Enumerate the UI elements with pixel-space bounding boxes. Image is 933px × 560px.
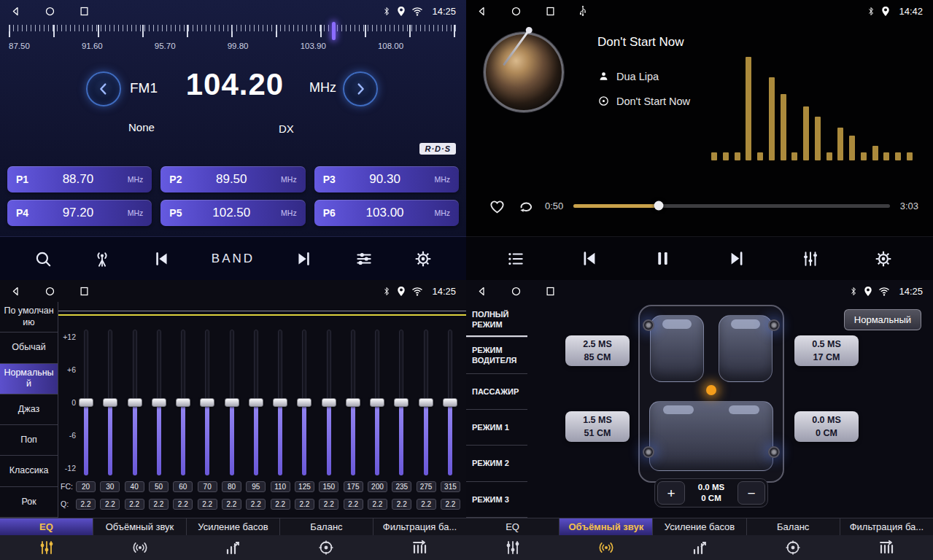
recents-icon[interactable] (545, 6, 556, 17)
delay-rear-right[interactable]: 0.0 MS 0 CM (794, 411, 859, 442)
recents-icon[interactable] (79, 286, 90, 297)
previous-track-icon[interactable] (152, 249, 171, 268)
delay-decrease-button[interactable]: − (738, 481, 765, 505)
tab-filter[interactable]: Фильтрация ба... (373, 518, 466, 535)
eq-band-slider[interactable] (149, 330, 169, 475)
eq-preset-item[interactable]: Классика (0, 456, 58, 486)
delay-increase-button[interactable]: + (657, 481, 685, 505)
mode-item-1[interactable]: РЕЖИМ 1 (466, 410, 527, 446)
slider-handle[interactable] (273, 398, 287, 407)
mode-item-2[interactable]: РЕЖИМ 2 (466, 446, 527, 481)
eq-band-slider[interactable] (125, 330, 145, 475)
mode-item-full[interactable]: ПОЛНЫЙ РЕЖИМ (466, 302, 527, 338)
back-icon[interactable] (10, 6, 21, 17)
mode-item-passenger[interactable]: ПАССАЖИР (466, 374, 527, 410)
eq-band-slider[interactable] (343, 330, 363, 475)
mode-item-3[interactable]: РЕЖИМ 3 (466, 482, 527, 518)
preset-button-p4[interactable]: P4 97.20 MHz (7, 200, 152, 226)
preset-button-p2[interactable]: P2 89.50 MHz (160, 166, 305, 192)
slider-handle[interactable] (443, 398, 457, 407)
tune-up-button[interactable] (343, 71, 378, 106)
previous-track-icon[interactable] (579, 249, 599, 268)
slider-handle[interactable] (103, 398, 117, 407)
progress-bar[interactable] (573, 204, 889, 208)
tab-bass-boost[interactable]: Усиление басов (187, 518, 280, 535)
tab-balance[interactable]: Баланс (280, 518, 373, 535)
tune-down-button[interactable] (86, 71, 121, 106)
slider-handle[interactable] (152, 398, 166, 407)
band-button[interactable]: BAND (212, 252, 255, 266)
settings-gear-icon[interactable] (874, 249, 893, 268)
preset-button-p6[interactable]: P6 103.00 MHz (314, 200, 459, 226)
bass-boost-tab-icon[interactable] (653, 535, 746, 560)
tab-eq[interactable]: EQ (466, 518, 560, 535)
tab-surround[interactable]: Объёмный звук (560, 518, 653, 535)
scan-icon[interactable] (34, 249, 53, 268)
eq-preset-item[interactable]: Обычай (0, 332, 58, 363)
eq-preset-item[interactable]: Джаз (0, 394, 58, 425)
slider-handle[interactable] (370, 398, 384, 407)
mode-item-driver[interactable]: РЕЖИМ ВОДИТЕЛЯ (466, 338, 527, 373)
eq-band-slider[interactable] (294, 330, 314, 475)
bass-boost-tab-icon[interactable] (187, 535, 280, 560)
filter-tab-icon[interactable] (840, 535, 933, 560)
balance-tab-icon[interactable] (746, 535, 840, 560)
eq-band-slider[interactable] (391, 330, 411, 475)
slider-handle[interactable] (176, 398, 190, 407)
repeat-icon[interactable] (516, 197, 535, 215)
eq-band-slider[interactable] (246, 330, 266, 475)
tab-filter[interactable]: Фильтрация ба... (840, 518, 933, 535)
eq-band-slider[interactable] (367, 330, 387, 475)
eq-preset-item-selected[interactable]: Нормальный (0, 364, 58, 394)
mixer-icon[interactable] (801, 249, 820, 268)
home-icon[interactable] (44, 286, 55, 297)
tab-eq[interactable]: EQ (0, 518, 93, 535)
slider-handle[interactable] (128, 398, 142, 407)
eq-band-slider[interactable] (440, 330, 460, 475)
slider-handle[interactable] (249, 398, 263, 407)
eq-preset-item[interactable]: По умолчанию (0, 302, 58, 332)
slider-handle[interactable] (200, 398, 214, 407)
slider-handle[interactable] (225, 398, 239, 407)
back-icon[interactable] (10, 286, 21, 297)
slider-handle[interactable] (346, 398, 360, 407)
slider-handle[interactable] (322, 398, 336, 407)
eq-band-slider[interactable] (416, 330, 436, 475)
favorite-heart-icon[interactable] (488, 197, 506, 215)
delay-front-right[interactable]: 0.5 MS 17 CM (794, 335, 859, 366)
back-icon[interactable] (476, 286, 487, 297)
home-icon[interactable] (511, 6, 522, 17)
eq-preset-item[interactable]: Рок (0, 487, 58, 518)
settings-gear-icon[interactable] (414, 249, 433, 268)
preset-button-p1[interactable]: P1 88.70 MHz (7, 166, 152, 192)
slider-handle[interactable] (297, 398, 311, 407)
progress-knob[interactable] (654, 201, 664, 211)
delay-rear-left[interactable]: 1.5 MS 51 CM (565, 411, 630, 442)
next-track-icon[interactable] (295, 249, 314, 268)
filter-tab-icon[interactable] (373, 535, 466, 560)
surround-preset-button[interactable]: Нормальный (844, 309, 921, 330)
eq-band-slider[interactable] (100, 330, 120, 475)
surround-tab-icon[interactable] (93, 535, 187, 560)
eq-tab-icon[interactable] (466, 535, 560, 560)
surround-tab-icon[interactable] (560, 535, 653, 560)
eq-band-slider[interactable] (76, 330, 96, 475)
preset-button-p3[interactable]: P3 90.30 MHz (314, 166, 459, 192)
eq-band-slider[interactable] (319, 330, 339, 475)
tab-bass-boost[interactable]: Усиление басов (653, 518, 746, 535)
preset-button-p5[interactable]: P5 102.50 MHz (160, 200, 305, 226)
pause-icon[interactable] (653, 249, 673, 268)
slider-handle[interactable] (394, 398, 409, 407)
playlist-icon[interactable] (506, 249, 525, 268)
eq-preset-item[interactable]: Поп (0, 425, 58, 456)
recents-icon[interactable] (545, 286, 556, 297)
eq-sliders-icon[interactable] (355, 249, 373, 268)
home-icon[interactable] (511, 286, 522, 297)
slider-handle[interactable] (79, 398, 93, 407)
broadcast-icon[interactable] (93, 249, 112, 268)
balance-tab-icon[interactable] (279, 535, 373, 560)
recents-icon[interactable] (79, 6, 90, 17)
eq-band-slider[interactable] (270, 330, 290, 475)
home-icon[interactable] (44, 6, 55, 17)
next-track-icon[interactable] (727, 249, 747, 268)
